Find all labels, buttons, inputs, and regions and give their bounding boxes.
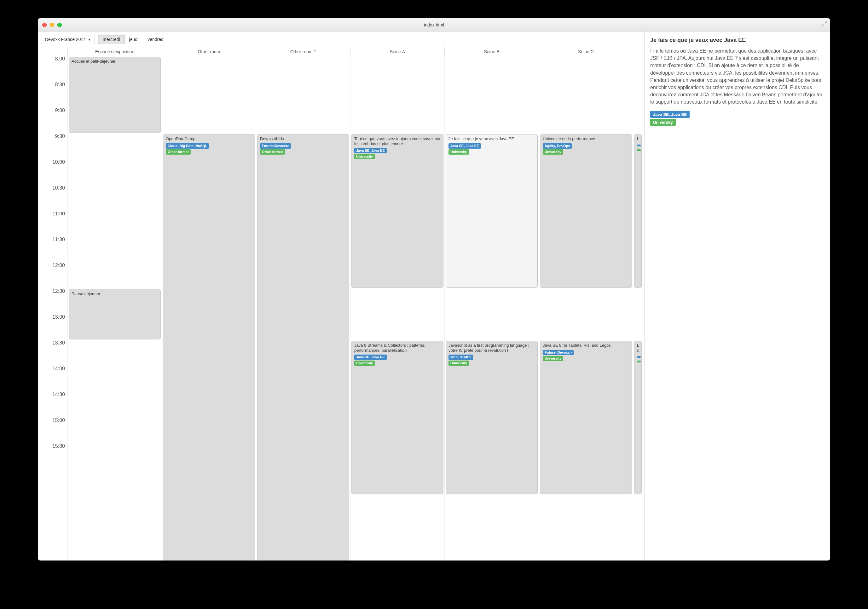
- time-label: 9:00: [38, 108, 67, 133]
- time-label: 15:30: [38, 444, 67, 469]
- event-title: Accueil et petit-déjeuner: [71, 59, 158, 64]
- time-label: 11:00: [38, 211, 67, 237]
- event-title: Java SE 8 for Tablets, Pis, and Legos: [543, 343, 629, 348]
- room-header: Seine B: [445, 47, 539, 56]
- room-header: Seine C: [539, 47, 633, 56]
- room-header: Other room: [162, 47, 256, 56]
- track-badge: Cloud, Big Data, NoSQL: [166, 143, 209, 148]
- track-badge: Java SE, Java EE: [354, 355, 387, 360]
- type-badge: University: [354, 154, 375, 159]
- calendar-event[interactable]: Java 8 Streams & Collectors : patterns, …: [352, 341, 443, 495]
- day-tab-vendredi[interactable]: vendredi: [143, 35, 169, 44]
- room-column: Other room 1Devoxx4KidsFuture<Devoxx>Oth…: [256, 47, 350, 561]
- event-title: Tout ce que vous avez toujours voulu sav…: [354, 136, 441, 146]
- event-title: Université de la performance: [543, 136, 629, 141]
- type-badge: University: [448, 360, 469, 366]
- toolbar: Devoxx France 2014 ▼ mercredijeudivendre…: [38, 31, 644, 47]
- time-label: 8:30: [38, 82, 67, 108]
- window-title: index.html: [38, 22, 830, 28]
- event-title: Pause déjeuner: [71, 291, 158, 296]
- event-title: Devoxx4Kids: [260, 136, 346, 141]
- day-tabs: mercredijeudivendredi: [98, 35, 169, 44]
- type-badge: University: [354, 360, 375, 366]
- time-label: 13:00: [38, 314, 67, 340]
- time-label: 8:00: [38, 56, 67, 82]
- room-column: Other roomOpenDataCampCloud, Big Data, N…: [162, 47, 256, 561]
- time-label: 10:00: [38, 159, 67, 185]
- track-badge: [637, 356, 641, 358]
- room-column: Espace d'expositionAccueil et petit-déje…: [67, 47, 162, 561]
- calendar-event[interactable]: L c: [634, 341, 642, 495]
- track-badge: Agility, DevOps: [543, 143, 572, 148]
- track-badge: Future<Devoxx>: [260, 143, 291, 148]
- time-label: 10:30: [38, 185, 67, 211]
- calendar-event[interactable]: Java SE 8 for Tablets, Pis, and LegosFut…: [540, 341, 632, 495]
- room-header: Other room 1: [256, 47, 350, 56]
- track-badge: [637, 145, 641, 147]
- caret-down-icon: ▼: [88, 38, 91, 41]
- track-badge: Java SE, Java EE: [354, 148, 387, 153]
- type-badge: Other format: [260, 149, 285, 155]
- room-header: [633, 47, 643, 56]
- detail-title: Je fais ce que je veux avec Java EE: [650, 36, 825, 44]
- track-badge: Java SE, Java EE: [650, 111, 690, 118]
- conference-dropdown-label: Devoxx France 2014: [45, 37, 86, 42]
- track-badge: Web, HTML5: [448, 355, 473, 360]
- calendar-event[interactable]: Devoxx4KidsFuture<Devoxx>Other format: [257, 134, 349, 561]
- room-column: Seine CUniversité de la performanceAgili…: [539, 47, 633, 561]
- event-title: Je fais ce que je veux avec Java EE: [448, 136, 535, 141]
- time-label: 14:00: [38, 366, 67, 392]
- event-title: Java 8 Streams & Collectors : patterns, …: [354, 343, 441, 353]
- time-label: 13:30: [38, 340, 67, 366]
- room-column: Seine ATout ce que vous avez toujours vo…: [350, 47, 445, 561]
- time-label: 9:30: [38, 133, 67, 159]
- calendar-event[interactable]: Accueil et petit-déjeuner: [69, 57, 161, 133]
- app-window: index.html Devoxx France 2014 ▼ mercredi…: [38, 18, 830, 561]
- time-column: 8:008:309:009:3010:0010:3011:0011:3012:0…: [38, 47, 67, 561]
- room-column: LL c: [633, 47, 643, 561]
- calendar-event[interactable]: Je fais ce que je veux avec Java EEJava …: [446, 134, 538, 288]
- time-label: 14:30: [38, 392, 67, 417]
- event-title: OpenDataCamp: [166, 136, 252, 141]
- type-badge: [637, 360, 641, 362]
- type-badge: Other format: [166, 149, 191, 155]
- calendar[interactable]: 8:008:309:009:3010:0010:3011:0011:3012:0…: [38, 47, 644, 561]
- room-header: Seine A: [350, 47, 445, 56]
- calendar-event[interactable]: Pause déjeuner: [69, 289, 161, 340]
- time-label: 12:00: [38, 263, 67, 288]
- detail-panel: Je fais ce que je veux avec Java EE Fini…: [644, 31, 830, 561]
- track-badge: Java SE, Java EE: [448, 143, 481, 148]
- day-tab-mercredi[interactable]: mercredi: [98, 35, 124, 44]
- type-badge: University: [543, 356, 563, 361]
- event-title: L: [637, 136, 639, 141]
- type-badge: University: [448, 149, 469, 155]
- conference-dropdown[interactable]: Devoxx France 2014 ▼: [41, 35, 95, 44]
- room-header: Espace d'exposition: [67, 47, 162, 56]
- time-label: 12:30: [38, 288, 67, 314]
- type-badge: [637, 149, 641, 151]
- type-badge: University: [650, 119, 676, 126]
- event-title: L c: [637, 343, 639, 353]
- detail-body: Fini le temps où Java EE ne permettait q…: [650, 47, 825, 106]
- calendar-event[interactable]: Tout ce que vous avez toujours voulu sav…: [352, 134, 443, 288]
- fullscreen-icon[interactable]: [821, 20, 828, 27]
- calendar-event[interactable]: OpenDataCampCloud, Big Data, NoSQLOther …: [163, 134, 255, 561]
- time-label: 11:30: [38, 237, 67, 263]
- day-tab-jeudi[interactable]: jeudi: [125, 35, 143, 44]
- calendar-event[interactable]: Université de la performanceAgility, Dev…: [540, 134, 632, 288]
- track-badge: Future<Devoxx>: [543, 350, 574, 355]
- calendar-event[interactable]: L: [634, 134, 642, 288]
- type-badge: University: [543, 149, 563, 155]
- time-label: 15:00: [38, 417, 67, 444]
- calendar-event[interactable]: Javascript as a first programming langua…: [446, 341, 538, 495]
- titlebar: index.html: [38, 18, 830, 31]
- room-column: Seine BJe fais ce que je veux avec Java …: [445, 47, 539, 561]
- event-title: Javascript as a first programming langua…: [448, 343, 535, 353]
